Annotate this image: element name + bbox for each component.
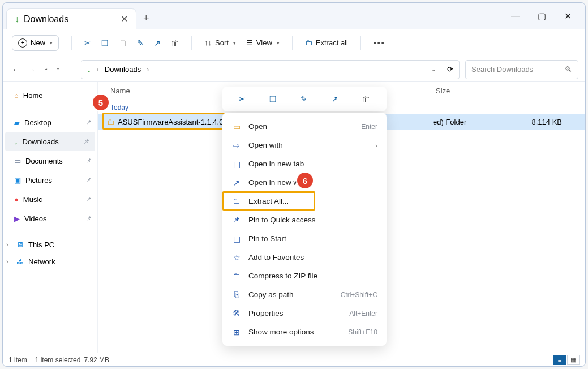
ctx-open-new-tab[interactable]: ◳ Open in new tab: [222, 155, 387, 173]
pin-icon[interactable]: 📌︎: [85, 119, 92, 126]
new-button[interactable]: + New ▾: [12, 35, 59, 51]
annotation-badge: 5: [93, 95, 109, 110]
separator: [360, 36, 361, 50]
title-bar: ↓ Downloads ✕ + — ▢ ✕: [3, 3, 585, 29]
ctx-properties[interactable]: 🛠︎ Properties Alt+Enter: [222, 304, 387, 323]
ctx-add-favorites[interactable]: ☆ Add to Favorites: [222, 248, 387, 267]
pin-icon[interactable]: 📌︎: [85, 157, 92, 164]
refresh-icon[interactable]: ⟳: [447, 65, 453, 74]
sort-button[interactable]: ↑↓ Sort ▾: [204, 38, 236, 47]
sidebar-item-music[interactable]: ● Music 📌︎: [3, 190, 97, 209]
up-button[interactable]: ↑: [56, 65, 60, 74]
pin-icon[interactable]: 📌︎: [85, 215, 92, 222]
address-bar[interactable]: ↓ › Downloads › ⌄ ⟳: [81, 60, 460, 79]
cut-icon[interactable]: ✂: [84, 38, 91, 48]
ctx-open[interactable]: ▭ Open Enter: [222, 117, 387, 136]
command-bar: + New ▾ ✂ ❐ 📋︎ ✎ ↗ 🗑︎ ↑↓ Sort ▾ ☰ View ▾…: [3, 29, 585, 57]
ctx-compress-zip[interactable]: 🗀 Compress to ZIP file: [222, 267, 387, 285]
star-icon: ☆: [231, 253, 242, 262]
minimize-button[interactable]: —: [510, 11, 521, 22]
pin-icon[interactable]: 📌︎: [85, 196, 92, 203]
ctx-pin-quick-access[interactable]: 📌︎ Pin to Quick access: [222, 211, 387, 229]
status-size: 7.92 MB: [84, 356, 109, 364]
window-tab[interactable]: ↓ Downloads ✕: [6, 8, 136, 29]
ctx-copy-path[interactable]: ⎘ Copy as path Ctrl+Shift+C: [222, 285, 387, 304]
tree-label: Network: [28, 258, 55, 266]
copy-icon[interactable]: ❐: [269, 95, 277, 104]
sidebar-item-downloads[interactable]: ↓ Downloads 📌︎: [5, 132, 95, 151]
sidebar: ⌂ Home ▰ Desktop 📌︎ ↓ Downloads 📌︎ ▭ Doc…: [3, 82, 98, 353]
share-icon[interactable]: ↗: [332, 95, 338, 104]
extract-label: Extract all: [316, 38, 348, 47]
rename-icon[interactable]: ✎: [301, 95, 307, 104]
delete-icon[interactable]: 🗑︎: [362, 95, 370, 104]
details-view-button[interactable]: ≡: [553, 355, 566, 365]
zip-folder-icon: 🗀: [107, 118, 114, 126]
status-bar: 1 item 1 item selected 7.92 MB ≡ ▦: [3, 353, 585, 366]
sidebar-label: Home: [23, 91, 43, 100]
back-button[interactable]: ←: [12, 65, 20, 74]
copy-icon[interactable]: ❐: [101, 38, 109, 48]
share-icon[interactable]: ↗: [154, 38, 161, 48]
address-dropdown-icon[interactable]: ⌄: [431, 66, 436, 72]
download-icon: ↓: [15, 14, 19, 24]
ctx-extract-all[interactable]: 🗀 Extract All...: [222, 192, 387, 211]
file-name: ASUSFirmwareAssistant-1.1.4.0: [118, 118, 223, 126]
tab-title: Downloads: [24, 14, 68, 24]
explorer-window: ↓ Downloads ✕ + — ▢ ✕ + New ▾ ✂ ❐ 📋︎ ✎ ↗…: [2, 2, 586, 367]
rename-icon[interactable]: ✎: [137, 38, 144, 48]
pin-icon[interactable]: 📌︎: [83, 138, 89, 145]
sidebar-label: Documents: [25, 157, 63, 165]
file-size: 8,114 KB: [514, 118, 562, 126]
nav-row: ← → ⌄ ↑ ↓ › Downloads › ⌄ ⟳ Search Downl…: [3, 57, 585, 82]
sidebar-item-videos[interactable]: ▶ Videos 📌︎: [3, 209, 97, 228]
sidebar-item-documents[interactable]: ▭ Documents 📌︎: [3, 151, 97, 170]
sidebar-label: Desktop: [24, 118, 51, 127]
view-button[interactable]: ☰ View ▾: [246, 38, 280, 47]
chevron-down-icon: ▾: [233, 40, 236, 46]
separator: [292, 36, 293, 50]
chevron-right-icon[interactable]: ›: [6, 242, 12, 248]
sidebar-item-thispc[interactable]: › 🖥︎ This PC: [3, 236, 97, 253]
view-icon: ☰: [246, 38, 253, 47]
sidebar-label: Pictures: [25, 176, 52, 184]
delete-icon[interactable]: 🗑︎: [171, 38, 179, 48]
search-input[interactable]: Search Downloads 🔍︎: [465, 60, 578, 79]
close-tab-icon[interactable]: ✕: [121, 14, 128, 24]
more-icon[interactable]: •••: [374, 38, 385, 48]
paste-icon: 📋︎: [119, 38, 127, 48]
recent-button[interactable]: ⌄: [44, 65, 48, 74]
file-type: ed) Folder: [433, 118, 514, 126]
pc-icon: 🖥︎: [16, 241, 24, 249]
ctx-show-more[interactable]: ⊞ Show more options Shift+F10: [222, 323, 387, 341]
column-size[interactable]: Size: [436, 87, 481, 95]
extract-all-button[interactable]: 🗀 Extract all: [305, 38, 348, 47]
copy-path-icon: ⎘: [231, 290, 242, 299]
ctx-open-with[interactable]: ⇨ Open with ›: [222, 136, 387, 155]
sidebar-item-desktop[interactable]: ▰ Desktop 📌︎: [3, 113, 97, 132]
chevron-right-icon: ›: [375, 142, 377, 149]
maximize-button[interactable]: ▢: [537, 11, 547, 22]
ctx-pin-start[interactable]: ◫ Pin to Start: [222, 229, 387, 248]
close-window-button[interactable]: ✕: [563, 11, 573, 22]
sidebar-item-home[interactable]: ⌂ Home: [3, 85, 97, 105]
new-window-icon: ↗: [231, 178, 242, 187]
status-selected: 1 item selected: [35, 356, 81, 364]
network-icon: 🖧︎: [16, 258, 24, 266]
videos-icon: ▶: [14, 214, 20, 223]
search-placeholder: Search Downloads: [471, 65, 533, 74]
new-tab-button[interactable]: +: [143, 12, 149, 24]
pin-icon[interactable]: 📌︎: [85, 177, 92, 183]
sidebar-item-network[interactable]: › 🖧︎ Network: [3, 253, 97, 270]
mini-toolbar: ✂ ❐ ✎ ↗ 🗑︎: [222, 87, 387, 111]
documents-icon: ▭: [14, 157, 21, 165]
cut-icon[interactable]: ✂: [239, 95, 246, 104]
thumbnails-view-button[interactable]: ▦: [567, 355, 580, 365]
file-list: Name Date modified ⌄ Type Size Today 🗀 A…: [98, 82, 585, 353]
chevron-right-icon[interactable]: ›: [6, 259, 12, 265]
sidebar-item-pictures[interactable]: ▣ Pictures 📌︎: [3, 170, 97, 190]
breadcrumb-current[interactable]: Downloads: [105, 65, 141, 74]
forward-button[interactable]: →: [28, 65, 36, 74]
chevron-down-icon: ▾: [50, 40, 53, 46]
search-icon: 🔍︎: [565, 65, 572, 74]
